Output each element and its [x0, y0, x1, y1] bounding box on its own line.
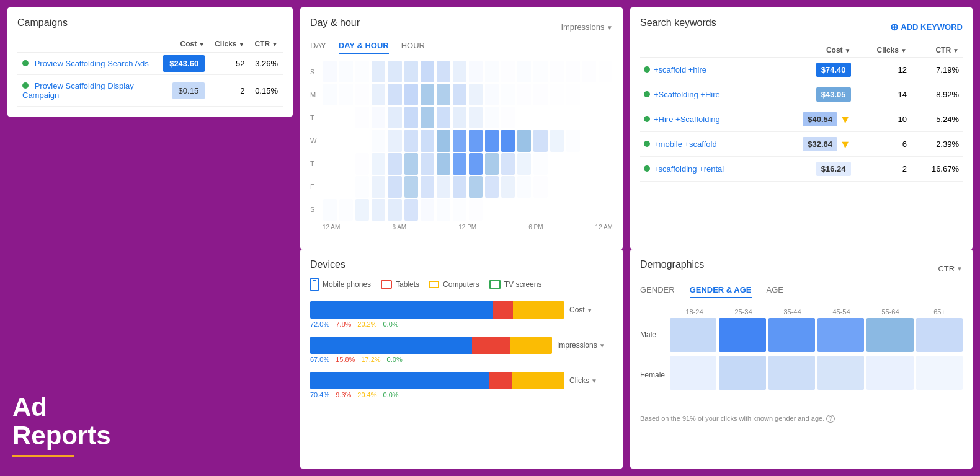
- tab-day-hour[interactable]: DAY & HOUR: [339, 41, 389, 54]
- male-55-64-bar: [866, 318, 913, 352]
- gender-labels: Male Female: [640, 314, 670, 395]
- status-dot: [644, 116, 650, 122]
- campaign-link[interactable]: Proview Scaffolding Search Ads: [35, 59, 149, 68]
- age-label-65plus: 65+: [916, 308, 963, 315]
- ctr-sort-icon: ▼: [272, 41, 278, 48]
- demographics-footnote: Based on the 91% of your clicks with kno…: [640, 415, 963, 422]
- kw-cost: $74.40: [816, 63, 851, 77]
- table-row: +mobile +scaffold $32.64 ▼ 6 2.39%: [640, 132, 963, 157]
- cost-sort-icon: ▼: [198, 41, 205, 48]
- campaigns-title: Campaigns: [17, 17, 283, 29]
- kw-cost: $16.24: [816, 162, 851, 176]
- tab-gender[interactable]: GENDER: [640, 285, 675, 298]
- clicks-dropdown-icon: ▼: [591, 377, 597, 384]
- status-dot: [644, 66, 650, 73]
- day-labels: S M T W T F S: [310, 60, 323, 221]
- age-label-45-54: 45-54: [818, 308, 865, 315]
- legend-mobile: Mobile phones: [310, 278, 371, 291]
- clicks-label[interactable]: Clicks ▼: [569, 376, 613, 385]
- bar-computers: [510, 337, 552, 354]
- status-dot: [644, 91, 650, 97]
- status-dot: [22, 82, 29, 89]
- bar-computers: [513, 301, 564, 319]
- tab-age[interactable]: AGE: [767, 285, 783, 298]
- table-row: Proview Scaffolding Search Ads $243.60 5…: [17, 53, 283, 75]
- ctr-dropdown[interactable]: CTR ▼: [938, 264, 963, 273]
- male-25-34-bar: [719, 318, 765, 352]
- clicks-pcts: 70.4% 9.3% 20.4% 0.0%: [310, 391, 613, 399]
- ad-reports-underline: [12, 455, 74, 457]
- table-row: +Hire +Scaffolding $40.54 ▼ 10 5.24%: [640, 107, 963, 132]
- female-bar-row: [670, 356, 963, 390]
- warning-icon: ▼: [840, 113, 851, 126]
- campaigns-col-clicks[interactable]: Clicks ▼: [210, 36, 249, 53]
- female-18-24-bar: [670, 356, 716, 390]
- clicks-value: 52: [210, 53, 249, 75]
- table-row: +Scaffolding +Hire $43.05 14 8.92%: [640, 82, 963, 107]
- demographics-card: Demographics CTR ▼ GENDER GENDER & AGE A…: [630, 249, 973, 469]
- tab-gender-age[interactable]: GENDER & AGE: [690, 285, 752, 298]
- cost-label[interactable]: Cost ▼: [569, 306, 613, 314]
- female-45-54-bar: [817, 356, 864, 390]
- ctr-dropdown-icon: ▼: [956, 265, 963, 272]
- age-label-35-44: 35-44: [769, 308, 816, 315]
- demographics-chart: Male Female 18-24 25-34 35-44 45-54 55-6…: [640, 308, 963, 407]
- campaign-link[interactable]: Proview Scaffolding Display Campaign: [22, 81, 134, 100]
- female-25-34-bar: [719, 356, 765, 390]
- kw-ctr-sort-icon: ▼: [953, 47, 959, 54]
- table-row: Proview Scaffolding Display Campaign $0.…: [17, 75, 283, 107]
- kw-cost: $43.05: [816, 87, 851, 102]
- keywords-table: Cost ▼ Clicks ▼ CTR ▼: [640, 43, 963, 182]
- bar-tablets: [489, 372, 512, 389]
- day-hour-grid: S M T W T F S: [310, 60, 613, 221]
- campaigns-col-name: [17, 36, 158, 53]
- dropdown-arrow-icon: ▼: [607, 24, 613, 31]
- tab-day[interactable]: DAY: [310, 41, 326, 54]
- age-label-25-34: 25-34: [720, 308, 767, 315]
- impressions-dropdown[interactable]: Impressions ▼: [561, 22, 613, 32]
- impressions-dropdown-icon: ▼: [599, 342, 605, 349]
- computer-icon: [429, 281, 439, 288]
- tab-hour[interactable]: HOUR: [401, 41, 425, 54]
- devices-legend: Mobile phones Tablets Computers TV scree…: [310, 278, 613, 291]
- impressions-label[interactable]: Impressions ▼: [557, 341, 613, 350]
- kw-col-ctr[interactable]: CTR ▼: [911, 43, 963, 58]
- bar-mobile: [310, 372, 489, 389]
- campaigns-table: Cost ▼ Clicks ▼ CTR ▼: [17, 36, 283, 107]
- kw-clicks-sort-icon: ▼: [901, 47, 907, 54]
- campaigns-col-ctr[interactable]: CTR ▼: [249, 36, 283, 53]
- search-keywords-card: Search keywords ⊕ ADD KEYWORD Cost ▼ Cli…: [630, 7, 973, 249]
- demographics-header: Demographics CTR ▼: [640, 259, 963, 278]
- demo-tabs: GENDER GENDER & AGE AGE: [640, 285, 963, 298]
- ad-reports-title: AdReports: [12, 393, 111, 450]
- bar-tablets: [472, 337, 510, 354]
- age-label-18-24: 18-24: [671, 308, 718, 315]
- status-dot: [644, 165, 650, 172]
- warning-icon: ▼: [840, 138, 851, 151]
- male-45-54-bar: [817, 318, 864, 352]
- female-55-64-bar: [866, 356, 913, 390]
- impressions-stacked-bar: [310, 337, 552, 354]
- info-icon[interactable]: ?: [826, 415, 835, 423]
- day-hour-cells: [323, 60, 613, 221]
- cost-value: $0.15: [172, 82, 205, 99]
- devices-title: Devices: [310, 259, 613, 270]
- ad-reports-label: AdReports: [12, 393, 111, 457]
- time-labels: 12 AM 6 AM 12 PM 6 PM 12 AM: [310, 221, 613, 231]
- kw-col-cost[interactable]: Cost ▼: [772, 43, 855, 58]
- clicks-stacked-bar: [310, 372, 564, 389]
- kw-col-clicks[interactable]: Clicks ▼: [855, 43, 911, 58]
- cost-bar-group: Cost ▼ 72.0% 7.8% 20.2% 0.0%: [310, 301, 613, 328]
- cost-dropdown-icon: ▼: [587, 307, 593, 314]
- male-bar-row: [670, 318, 963, 352]
- table-row: +scaffolding +rental $16.24 2 16.67%: [640, 157, 963, 182]
- clicks-sort-icon: ▼: [239, 41, 245, 48]
- tv-icon: [489, 280, 501, 289]
- campaigns-col-cost[interactable]: Cost ▼: [158, 36, 210, 53]
- bar-mobile: [310, 301, 493, 319]
- clicks-value: 2: [210, 75, 249, 107]
- add-keyword-button[interactable]: ⊕ ADD KEYWORD: [890, 21, 963, 33]
- kw-col-name: [640, 43, 772, 58]
- day-hour-tabs: DAY DAY & HOUR HOUR: [310, 41, 613, 54]
- status-dot: [644, 141, 650, 147]
